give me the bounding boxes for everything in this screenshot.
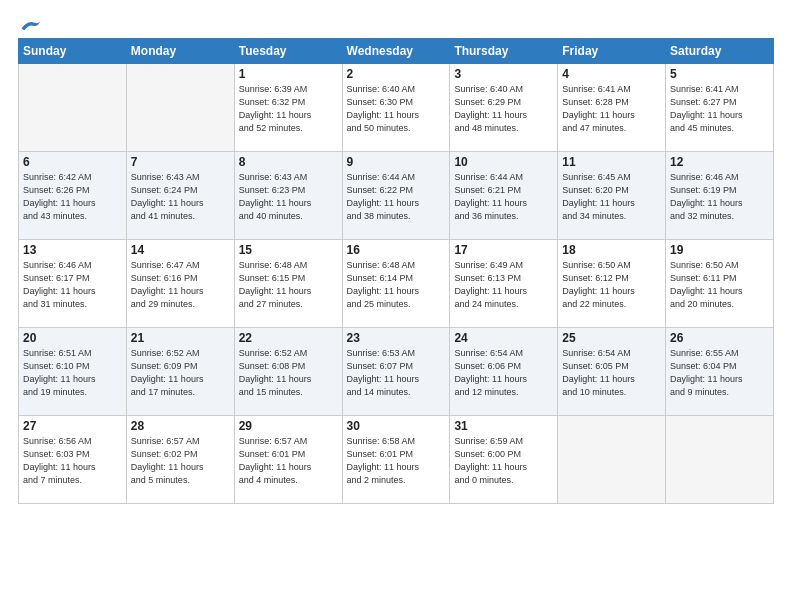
- calendar-cell: 13Sunrise: 6:46 AM Sunset: 6:17 PM Dayli…: [19, 240, 127, 328]
- day-info: Sunrise: 6:44 AM Sunset: 6:21 PM Dayligh…: [454, 171, 553, 223]
- calendar-cell: 29Sunrise: 6:57 AM Sunset: 6:01 PM Dayli…: [234, 416, 342, 504]
- calendar-week-3: 13Sunrise: 6:46 AM Sunset: 6:17 PM Dayli…: [19, 240, 774, 328]
- day-number: 30: [347, 419, 446, 433]
- day-number: 18: [562, 243, 661, 257]
- day-info: Sunrise: 6:48 AM Sunset: 6:14 PM Dayligh…: [347, 259, 446, 311]
- logo-bird-icon: [20, 18, 42, 32]
- page-header: [18, 18, 774, 28]
- day-number: 20: [23, 331, 122, 345]
- calendar-cell: 20Sunrise: 6:51 AM Sunset: 6:10 PM Dayli…: [19, 328, 127, 416]
- day-info: Sunrise: 6:43 AM Sunset: 6:23 PM Dayligh…: [239, 171, 338, 223]
- day-number: 17: [454, 243, 553, 257]
- day-info: Sunrise: 6:42 AM Sunset: 6:26 PM Dayligh…: [23, 171, 122, 223]
- calendar-week-5: 27Sunrise: 6:56 AM Sunset: 6:03 PM Dayli…: [19, 416, 774, 504]
- weekday-header-thursday: Thursday: [450, 39, 558, 64]
- day-info: Sunrise: 6:49 AM Sunset: 6:13 PM Dayligh…: [454, 259, 553, 311]
- day-number: 15: [239, 243, 338, 257]
- calendar-cell: 9Sunrise: 6:44 AM Sunset: 6:22 PM Daylig…: [342, 152, 450, 240]
- day-number: 1: [239, 67, 338, 81]
- calendar-table: SundayMondayTuesdayWednesdayThursdayFrid…: [18, 38, 774, 504]
- calendar-cell: 6Sunrise: 6:42 AM Sunset: 6:26 PM Daylig…: [19, 152, 127, 240]
- day-info: Sunrise: 6:40 AM Sunset: 6:30 PM Dayligh…: [347, 83, 446, 135]
- day-number: 19: [670, 243, 769, 257]
- calendar-cell: 21Sunrise: 6:52 AM Sunset: 6:09 PM Dayli…: [126, 328, 234, 416]
- day-info: Sunrise: 6:50 AM Sunset: 6:12 PM Dayligh…: [562, 259, 661, 311]
- calendar-cell: 18Sunrise: 6:50 AM Sunset: 6:12 PM Dayli…: [558, 240, 666, 328]
- calendar-cell: 17Sunrise: 6:49 AM Sunset: 6:13 PM Dayli…: [450, 240, 558, 328]
- weekday-header-sunday: Sunday: [19, 39, 127, 64]
- day-info: Sunrise: 6:57 AM Sunset: 6:01 PM Dayligh…: [239, 435, 338, 487]
- day-number: 11: [562, 155, 661, 169]
- day-number: 26: [670, 331, 769, 345]
- day-number: 5: [670, 67, 769, 81]
- calendar-cell: 10Sunrise: 6:44 AM Sunset: 6:21 PM Dayli…: [450, 152, 558, 240]
- day-number: 8: [239, 155, 338, 169]
- weekday-header-saturday: Saturday: [666, 39, 774, 64]
- day-info: Sunrise: 6:41 AM Sunset: 6:28 PM Dayligh…: [562, 83, 661, 135]
- day-info: Sunrise: 6:46 AM Sunset: 6:17 PM Dayligh…: [23, 259, 122, 311]
- day-info: Sunrise: 6:39 AM Sunset: 6:32 PM Dayligh…: [239, 83, 338, 135]
- day-info: Sunrise: 6:59 AM Sunset: 6:00 PM Dayligh…: [454, 435, 553, 487]
- calendar-cell: 25Sunrise: 6:54 AM Sunset: 6:05 PM Dayli…: [558, 328, 666, 416]
- day-number: 21: [131, 331, 230, 345]
- calendar-week-2: 6Sunrise: 6:42 AM Sunset: 6:26 PM Daylig…: [19, 152, 774, 240]
- day-info: Sunrise: 6:57 AM Sunset: 6:02 PM Dayligh…: [131, 435, 230, 487]
- calendar-cell: 3Sunrise: 6:40 AM Sunset: 6:29 PM Daylig…: [450, 64, 558, 152]
- weekday-header-monday: Monday: [126, 39, 234, 64]
- day-number: 3: [454, 67, 553, 81]
- day-info: Sunrise: 6:41 AM Sunset: 6:27 PM Dayligh…: [670, 83, 769, 135]
- calendar-cell: 27Sunrise: 6:56 AM Sunset: 6:03 PM Dayli…: [19, 416, 127, 504]
- day-info: Sunrise: 6:54 AM Sunset: 6:06 PM Dayligh…: [454, 347, 553, 399]
- day-number: 12: [670, 155, 769, 169]
- day-info: Sunrise: 6:54 AM Sunset: 6:05 PM Dayligh…: [562, 347, 661, 399]
- logo: [18, 18, 42, 28]
- day-number: 4: [562, 67, 661, 81]
- day-number: 2: [347, 67, 446, 81]
- day-info: Sunrise: 6:50 AM Sunset: 6:11 PM Dayligh…: [670, 259, 769, 311]
- day-number: 23: [347, 331, 446, 345]
- day-info: Sunrise: 6:46 AM Sunset: 6:19 PM Dayligh…: [670, 171, 769, 223]
- day-info: Sunrise: 6:58 AM Sunset: 6:01 PM Dayligh…: [347, 435, 446, 487]
- day-number: 7: [131, 155, 230, 169]
- calendar-cell: [19, 64, 127, 152]
- day-number: 6: [23, 155, 122, 169]
- day-info: Sunrise: 6:51 AM Sunset: 6:10 PM Dayligh…: [23, 347, 122, 399]
- day-info: Sunrise: 6:55 AM Sunset: 6:04 PM Dayligh…: [670, 347, 769, 399]
- calendar-week-4: 20Sunrise: 6:51 AM Sunset: 6:10 PM Dayli…: [19, 328, 774, 416]
- weekday-header-wednesday: Wednesday: [342, 39, 450, 64]
- calendar-cell: 23Sunrise: 6:53 AM Sunset: 6:07 PM Dayli…: [342, 328, 450, 416]
- day-info: Sunrise: 6:48 AM Sunset: 6:15 PM Dayligh…: [239, 259, 338, 311]
- calendar-cell: 12Sunrise: 6:46 AM Sunset: 6:19 PM Dayli…: [666, 152, 774, 240]
- day-info: Sunrise: 6:53 AM Sunset: 6:07 PM Dayligh…: [347, 347, 446, 399]
- calendar-cell: 26Sunrise: 6:55 AM Sunset: 6:04 PM Dayli…: [666, 328, 774, 416]
- day-number: 10: [454, 155, 553, 169]
- day-info: Sunrise: 6:56 AM Sunset: 6:03 PM Dayligh…: [23, 435, 122, 487]
- day-info: Sunrise: 6:52 AM Sunset: 6:08 PM Dayligh…: [239, 347, 338, 399]
- calendar-cell: 24Sunrise: 6:54 AM Sunset: 6:06 PM Dayli…: [450, 328, 558, 416]
- day-number: 31: [454, 419, 553, 433]
- day-number: 29: [239, 419, 338, 433]
- calendar-cell: 1Sunrise: 6:39 AM Sunset: 6:32 PM Daylig…: [234, 64, 342, 152]
- day-info: Sunrise: 6:47 AM Sunset: 6:16 PM Dayligh…: [131, 259, 230, 311]
- calendar-cell: [558, 416, 666, 504]
- calendar-cell: 19Sunrise: 6:50 AM Sunset: 6:11 PM Dayli…: [666, 240, 774, 328]
- day-number: 22: [239, 331, 338, 345]
- calendar-cell: 28Sunrise: 6:57 AM Sunset: 6:02 PM Dayli…: [126, 416, 234, 504]
- calendar-header-row: SundayMondayTuesdayWednesdayThursdayFrid…: [19, 39, 774, 64]
- day-number: 27: [23, 419, 122, 433]
- calendar-cell: 11Sunrise: 6:45 AM Sunset: 6:20 PM Dayli…: [558, 152, 666, 240]
- calendar-cell: [126, 64, 234, 152]
- day-number: 9: [347, 155, 446, 169]
- day-number: 25: [562, 331, 661, 345]
- weekday-header-friday: Friday: [558, 39, 666, 64]
- calendar-week-1: 1Sunrise: 6:39 AM Sunset: 6:32 PM Daylig…: [19, 64, 774, 152]
- calendar-cell: 4Sunrise: 6:41 AM Sunset: 6:28 PM Daylig…: [558, 64, 666, 152]
- calendar-cell: 8Sunrise: 6:43 AM Sunset: 6:23 PM Daylig…: [234, 152, 342, 240]
- day-number: 28: [131, 419, 230, 433]
- calendar-cell: 31Sunrise: 6:59 AM Sunset: 6:00 PM Dayli…: [450, 416, 558, 504]
- day-info: Sunrise: 6:45 AM Sunset: 6:20 PM Dayligh…: [562, 171, 661, 223]
- calendar-cell: 22Sunrise: 6:52 AM Sunset: 6:08 PM Dayli…: [234, 328, 342, 416]
- day-info: Sunrise: 6:52 AM Sunset: 6:09 PM Dayligh…: [131, 347, 230, 399]
- calendar-cell: 2Sunrise: 6:40 AM Sunset: 6:30 PM Daylig…: [342, 64, 450, 152]
- day-info: Sunrise: 6:44 AM Sunset: 6:22 PM Dayligh…: [347, 171, 446, 223]
